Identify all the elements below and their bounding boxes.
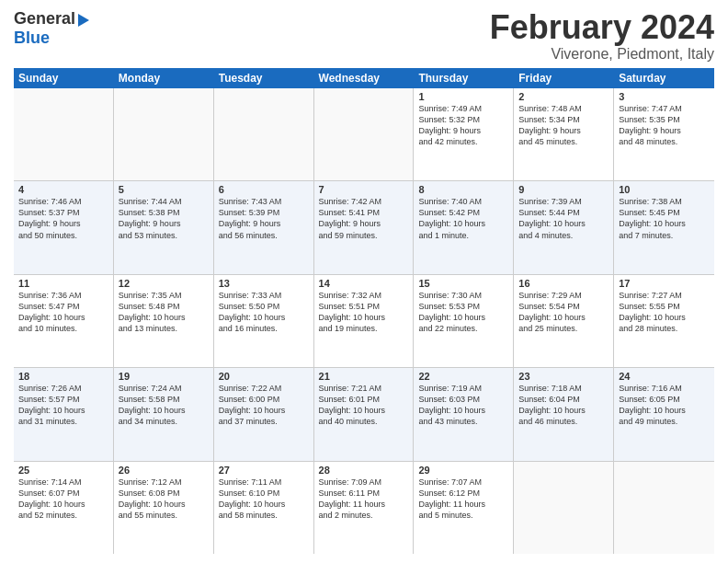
day-info: Sunrise: 7:26 AM Sunset: 5:57 PM Dayligh… bbox=[18, 383, 108, 428]
day-info: Sunrise: 7:22 AM Sunset: 6:00 PM Dayligh… bbox=[219, 383, 309, 428]
day-number: 16 bbox=[518, 278, 609, 289]
day-info: Sunrise: 7:30 AM Sunset: 5:53 PM Dayligh… bbox=[418, 290, 508, 335]
day-info: Sunrise: 7:21 AM Sunset: 6:01 PM Dayligh… bbox=[319, 383, 409, 428]
day-info: Sunrise: 7:12 AM Sunset: 6:08 PM Dayligh… bbox=[119, 477, 209, 522]
day-info: Sunrise: 7:35 AM Sunset: 5:48 PM Dayligh… bbox=[119, 290, 209, 335]
day-cell-13: 13Sunrise: 7:33 AM Sunset: 5:50 PM Dayli… bbox=[214, 275, 314, 367]
day-number: 15 bbox=[418, 278, 508, 289]
day-number: 10 bbox=[619, 184, 710, 195]
empty-cell bbox=[614, 462, 714, 554]
day-number: 3 bbox=[619, 91, 710, 102]
day-info: Sunrise: 7:19 AM Sunset: 6:03 PM Dayligh… bbox=[418, 383, 508, 428]
day-number: 27 bbox=[219, 465, 309, 476]
day-number: 2 bbox=[518, 91, 609, 102]
day-info: Sunrise: 7:36 AM Sunset: 5:47 PM Dayligh… bbox=[18, 290, 108, 335]
day-info: Sunrise: 7:42 AM Sunset: 5:41 PM Dayligh… bbox=[319, 196, 409, 241]
day-info: Sunrise: 7:47 AM Sunset: 5:35 PM Dayligh… bbox=[619, 103, 710, 148]
day-info: Sunrise: 7:16 AM Sunset: 6:05 PM Dayligh… bbox=[619, 383, 710, 428]
day-number: 4 bbox=[18, 184, 108, 195]
day-number: 19 bbox=[119, 371, 209, 382]
day-number: 24 bbox=[619, 371, 710, 382]
day-cell-25: 25Sunrise: 7:14 AM Sunset: 6:07 PM Dayli… bbox=[14, 462, 114, 554]
day-info: Sunrise: 7:18 AM Sunset: 6:04 PM Dayligh… bbox=[518, 383, 609, 428]
logo: General Blue bbox=[14, 9, 89, 48]
day-info: Sunrise: 7:09 AM Sunset: 6:11 PM Dayligh… bbox=[319, 477, 409, 522]
day-info: Sunrise: 7:38 AM Sunset: 5:45 PM Dayligh… bbox=[619, 196, 710, 241]
day-cell-27: 27Sunrise: 7:11 AM Sunset: 6:10 PM Dayli… bbox=[214, 462, 314, 554]
day-cell-26: 26Sunrise: 7:12 AM Sunset: 6:08 PM Dayli… bbox=[114, 462, 214, 554]
day-cell-7: 7Sunrise: 7:42 AM Sunset: 5:41 PM Daylig… bbox=[314, 181, 415, 273]
weekday-header-monday: Monday bbox=[114, 68, 214, 88]
day-number: 8 bbox=[418, 184, 508, 195]
day-cell-6: 6Sunrise: 7:43 AM Sunset: 5:39 PM Daylig… bbox=[214, 181, 314, 273]
day-number: 25 bbox=[18, 465, 108, 476]
day-number: 6 bbox=[219, 184, 309, 195]
day-info: Sunrise: 7:44 AM Sunset: 5:38 PM Dayligh… bbox=[119, 196, 209, 241]
weekday-header-thursday: Thursday bbox=[414, 68, 514, 88]
day-cell-15: 15Sunrise: 7:30 AM Sunset: 5:53 PM Dayli… bbox=[414, 275, 514, 367]
day-number: 9 bbox=[518, 184, 609, 195]
day-number: 14 bbox=[319, 278, 409, 289]
day-cell-16: 16Sunrise: 7:29 AM Sunset: 5:54 PM Dayli… bbox=[514, 275, 614, 367]
day-number: 28 bbox=[319, 465, 409, 476]
main-title: February 2024 bbox=[490, 9, 714, 46]
day-cell-8: 8Sunrise: 7:40 AM Sunset: 5:42 PM Daylig… bbox=[414, 181, 514, 273]
day-cell-18: 18Sunrise: 7:26 AM Sunset: 5:57 PM Dayli… bbox=[14, 368, 114, 460]
day-info: Sunrise: 7:43 AM Sunset: 5:39 PM Dayligh… bbox=[219, 196, 309, 241]
day-number: 23 bbox=[518, 371, 609, 382]
weekday-header-tuesday: Tuesday bbox=[214, 68, 314, 88]
day-number: 22 bbox=[418, 371, 508, 382]
day-number: 17 bbox=[619, 278, 710, 289]
weekday-header-sunday: Sunday bbox=[14, 68, 114, 88]
day-cell-3: 3Sunrise: 7:47 AM Sunset: 5:35 PM Daylig… bbox=[614, 88, 714, 180]
calendar-body: 1Sunrise: 7:49 AM Sunset: 5:32 PM Daylig… bbox=[14, 88, 714, 554]
day-info: Sunrise: 7:49 AM Sunset: 5:32 PM Dayligh… bbox=[418, 103, 508, 148]
day-cell-28: 28Sunrise: 7:09 AM Sunset: 6:11 PM Dayli… bbox=[314, 462, 415, 554]
empty-cell bbox=[314, 88, 415, 180]
weekday-header-friday: Friday bbox=[514, 68, 614, 88]
empty-cell bbox=[514, 462, 614, 554]
day-info: Sunrise: 7:39 AM Sunset: 5:44 PM Dayligh… bbox=[518, 196, 609, 241]
day-number: 12 bbox=[119, 278, 209, 289]
day-info: Sunrise: 7:40 AM Sunset: 5:42 PM Dayligh… bbox=[418, 196, 508, 241]
day-info: Sunrise: 7:07 AM Sunset: 6:12 PM Dayligh… bbox=[418, 477, 508, 522]
calendar-row-0: 1Sunrise: 7:49 AM Sunset: 5:32 PM Daylig… bbox=[14, 88, 714, 181]
day-info: Sunrise: 7:29 AM Sunset: 5:54 PM Dayligh… bbox=[518, 290, 609, 335]
day-cell-21: 21Sunrise: 7:21 AM Sunset: 6:01 PM Dayli… bbox=[314, 368, 415, 460]
day-info: Sunrise: 7:14 AM Sunset: 6:07 PM Dayligh… bbox=[18, 477, 108, 522]
logo-arrow-icon bbox=[78, 14, 89, 27]
calendar-row-2: 11Sunrise: 7:36 AM Sunset: 5:47 PM Dayli… bbox=[14, 275, 714, 368]
day-info: Sunrise: 7:24 AM Sunset: 5:58 PM Dayligh… bbox=[119, 383, 209, 428]
day-number: 13 bbox=[219, 278, 309, 289]
day-cell-29: 29Sunrise: 7:07 AM Sunset: 6:12 PM Dayli… bbox=[414, 462, 514, 554]
day-cell-2: 2Sunrise: 7:48 AM Sunset: 5:34 PM Daylig… bbox=[514, 88, 614, 180]
empty-cell bbox=[214, 88, 314, 180]
day-cell-10: 10Sunrise: 7:38 AM Sunset: 5:45 PM Dayli… bbox=[614, 181, 714, 273]
day-cell-20: 20Sunrise: 7:22 AM Sunset: 6:00 PM Dayli… bbox=[214, 368, 314, 460]
subtitle: Viverone, Piedmont, Italy bbox=[490, 46, 714, 63]
calendar-row-3: 18Sunrise: 7:26 AM Sunset: 5:57 PM Dayli… bbox=[14, 368, 714, 461]
day-cell-11: 11Sunrise: 7:36 AM Sunset: 5:47 PM Dayli… bbox=[14, 275, 114, 367]
day-number: 20 bbox=[219, 371, 309, 382]
day-number: 18 bbox=[18, 371, 108, 382]
day-number: 26 bbox=[119, 465, 209, 476]
day-cell-14: 14Sunrise: 7:32 AM Sunset: 5:51 PM Dayli… bbox=[314, 275, 415, 367]
day-number: 11 bbox=[18, 278, 108, 289]
title-block: February 2024 Viverone, Piedmont, Italy bbox=[490, 9, 714, 63]
day-info: Sunrise: 7:27 AM Sunset: 5:55 PM Dayligh… bbox=[619, 290, 710, 335]
day-cell-22: 22Sunrise: 7:19 AM Sunset: 6:03 PM Dayli… bbox=[414, 368, 514, 460]
day-number: 29 bbox=[418, 465, 508, 476]
day-info: Sunrise: 7:32 AM Sunset: 5:51 PM Dayligh… bbox=[319, 290, 409, 335]
day-cell-5: 5Sunrise: 7:44 AM Sunset: 5:38 PM Daylig… bbox=[114, 181, 214, 273]
empty-cell bbox=[114, 88, 214, 180]
day-info: Sunrise: 7:46 AM Sunset: 5:37 PM Dayligh… bbox=[18, 196, 108, 241]
day-cell-4: 4Sunrise: 7:46 AM Sunset: 5:37 PM Daylig… bbox=[14, 181, 114, 273]
logo-blue-text: Blue bbox=[14, 29, 50, 48]
day-cell-1: 1Sunrise: 7:49 AM Sunset: 5:32 PM Daylig… bbox=[414, 88, 514, 180]
empty-cell bbox=[14, 88, 114, 180]
day-cell-9: 9Sunrise: 7:39 AM Sunset: 5:44 PM Daylig… bbox=[514, 181, 614, 273]
calendar-page: General Blue February 2024 Viverone, Pie… bbox=[0, 0, 728, 563]
weekday-header-wednesday: Wednesday bbox=[314, 68, 415, 88]
day-info: Sunrise: 7:33 AM Sunset: 5:50 PM Dayligh… bbox=[219, 290, 309, 335]
calendar-header: SundayMondayTuesdayWednesdayThursdayFrid… bbox=[14, 68, 714, 88]
